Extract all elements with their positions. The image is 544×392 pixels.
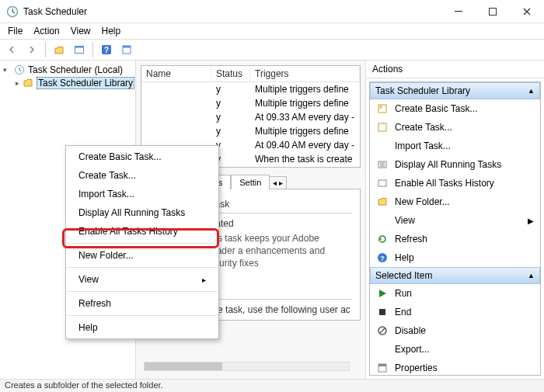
actions-pane: Actions Task Scheduler Library ▲ Create … [365,61,544,379]
menu-file[interactable]: File [3,24,27,38]
chevron-right-icon: ▸ [202,276,206,284]
ctx-create-basic-task[interactable]: Create Basic Task... [66,147,218,166]
minimize-button[interactable] [441,0,476,23]
ctx-enable-history[interactable]: Enable All Tasks History [66,222,218,241]
properties-icon [376,362,389,374]
row-status: y [211,96,250,110]
action-label: View [395,215,415,226]
svg-rect-2 [490,8,497,15]
wizard-icon [376,102,389,115]
svg-rect-12 [378,123,386,131]
back-button[interactable] [3,41,20,58]
description-text: This task keeps your Adobe Reader a enha… [204,232,352,270]
disable-icon [376,324,389,337]
ctx-new-folder[interactable]: New Folder... [66,246,218,265]
import-icon [376,140,389,152]
action-end[interactable]: End [370,303,540,321]
svg-rect-8 [123,46,131,48]
ctx-help[interactable]: Help [66,318,218,337]
col-status[interactable]: Status [211,66,250,82]
ctx-refresh[interactable]: Refresh [66,294,218,313]
tree-root-label: Task Scheduler (Local) [28,64,123,75]
close-button[interactable] [510,0,544,23]
expand-icon[interactable]: ▸ [16,79,19,87]
col-triggers[interactable]: Triggers [250,66,360,82]
ctx-display-running[interactable]: Display All Running Tasks [66,203,218,222]
action-view[interactable]: View▶ [370,211,540,230]
col-name[interactable]: Name [141,66,211,82]
tree-library[interactable]: ▸ Task Scheduler Library [2,76,134,90]
forward-button[interactable] [23,41,40,58]
row-trigger: Multiple triggers define [250,82,360,96]
row-trigger: At 09.33 AM every day - [250,110,360,124]
action-display-running[interactable]: Display All Running Tasks [370,155,540,174]
action-disable[interactable]: Disable [370,321,540,340]
action-label: Display All Running Tasks [395,159,501,170]
svg-rect-4 [75,47,84,48]
section-label: Task Scheduler Library [375,85,470,96]
menu-help[interactable]: Help [97,24,126,38]
menu-action[interactable]: Action [29,24,64,38]
actions-section-selected[interactable]: Selected Item ▲ [370,267,540,284]
action-help[interactable]: ?Help [370,248,540,267]
row-trigger: When the task is create [250,152,360,166]
ctx-view[interactable]: View▸ [66,270,218,289]
svg-rect-10 [378,105,386,113]
maximize-button[interactable] [476,0,510,23]
row-trigger: Multiple triggers define [250,96,360,110]
list-row[interactable]: yMultiple triggers define [141,82,360,96]
action-label: Help [395,252,414,263]
chevron-up-icon: ▲ [528,272,535,279]
section-label: Selected Item [375,270,432,281]
play-icon [376,287,389,300]
row-trigger: Multiple triggers define [250,124,360,138]
action-label: Export... [395,344,430,355]
tab-settings[interactable]: Settin [231,175,270,189]
action-label: Disable [395,325,426,336]
list-row[interactable]: yAt 09.33 AM every day - [141,110,360,124]
action-import-task[interactable]: Import Task... [370,137,540,155]
show-pane-button[interactable] [71,41,88,58]
ctx-import-task[interactable]: Import Task... [66,185,218,203]
actions-section-library[interactable]: Task Scheduler Library ▲ [370,82,540,99]
svg-point-11 [379,106,382,109]
chevron-up-icon: ▲ [528,87,535,95]
svg-text:?: ? [104,46,109,54]
action-enable-history[interactable]: Enable All Tasks History [370,174,540,193]
list-row[interactable]: yMultiple triggers define [141,124,360,138]
help-button-toolbar[interactable]: ? [98,41,115,58]
tree-root[interactable]: ▾ Task Scheduler (Local) [2,64,134,76]
tab-scroll[interactable]: ◂ ▸ [270,176,287,189]
horizontal-scrollbar[interactable] [144,362,350,371]
action-run[interactable]: Run [370,284,540,303]
folder-icon [376,196,389,208]
actions-title: Actions [366,61,544,78]
ctx-label: View [78,274,99,285]
action-label: Enable All Tasks History [395,178,494,189]
row-status: y [211,82,250,96]
svg-rect-17 [379,309,385,315]
action-create-task[interactable]: Create Task... [370,118,540,137]
action-export[interactable]: Export... [370,340,540,359]
action-label: Refresh [395,234,427,245]
svg-rect-1 [455,11,462,12]
list-row[interactable]: yMultiple triggers define [141,96,360,110]
menu-view[interactable]: View [66,24,96,38]
refresh-icon [376,233,389,245]
action-new-folder[interactable]: New Folder... [370,193,540,211]
folder-up-button[interactable] [51,41,68,58]
context-menu: Create Basic Task... Create Task... Impo… [65,145,219,339]
action-refresh[interactable]: Refresh [370,230,540,248]
clock-icon [14,64,25,75]
menu-bar: File Action View Help [0,23,544,39]
status-bar: Creates a subfolder of the selected fold… [0,379,544,392]
collapse-icon[interactable]: ▾ [3,66,11,74]
action-create-basic-task[interactable]: Create Basic Task... [370,99,540,118]
list-header: Name Status Triggers [141,66,360,82]
ctx-create-task[interactable]: Create Task... [66,166,218,185]
task-icon [376,121,389,134]
action-label: Properties [395,363,438,373]
properties-button-toolbar[interactable] [118,41,135,58]
action-properties[interactable]: Properties [370,359,540,376]
action-label: Create Basic Task... [395,103,478,114]
